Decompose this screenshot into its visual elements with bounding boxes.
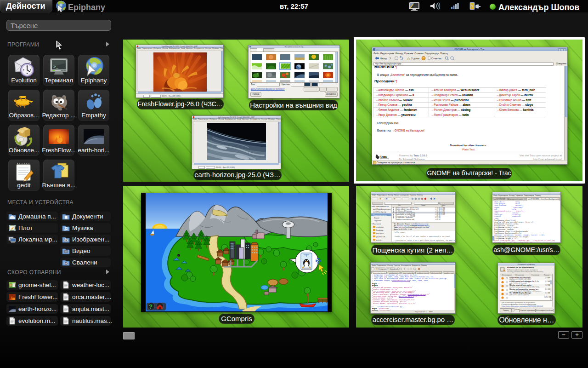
svg-text:trac: trac [380, 155, 387, 159]
svg-text:3.2 MB: 3.2 MB [545, 284, 550, 286]
svg-text:devilspie-policy-targeted-3.6.: devilspie-policy-targeted-3.6.32-109.7.1… [509, 286, 540, 288]
svg-text:2.9 MB: 2.9 MB [545, 277, 550, 279]
svg-text:109.2 MB: 109.2 MB [544, 296, 551, 298]
svg-text:2.2 MB: 2.2 MB [545, 288, 550, 290]
svg-text:gnome-OS..: gnome-OS.. [376, 236, 386, 238]
svg-text:evolution: evolution [376, 226, 384, 228]
svg-text:?: ? [149, 303, 153, 310]
svg-text:У дома: У дома [411, 57, 420, 60]
svg-text:gdb-7.1-13.fc13 (Corelib): gdb-7.1-13.fc13 (Corelib) [509, 282, 527, 284]
svg-text:Desktop..: Desktop.. [376, 229, 384, 231]
svg-text:Превод на приложение add: Превод на приложение add [396, 218, 414, 220]
svg-text:gdm-2.30.2-1.fc13 (updates): gdm-2.30.2-1.fc13 (updates) [509, 294, 529, 296]
svg-text:разни...: разни... [376, 239, 383, 241]
svg-text:glib2-devel-2.26.0-3.fc12 (x86: glib2-devel-2.26.0-3.fc12 (x86) [509, 278, 531, 280]
svg-text:1.1 MB: 1.1 MB [545, 292, 550, 294]
svg-text:>_: >_ [53, 65, 58, 69]
svg-text:Отметки: Отметки [431, 57, 441, 60]
svg-text:в 22:10: в 22:10 [435, 218, 441, 220]
svg-text:lists-arch..: lists-arch.. [376, 232, 384, 235]
svg-text:mutter-2.28.1-2.21.20100802git: mutter-2.28.1-2.21.20100802git.fc12 (upd… [509, 290, 543, 292]
svg-text:Назад: Назад [380, 57, 388, 60]
svg-text:2.2 MB: 2.2 MB [545, 281, 550, 282]
